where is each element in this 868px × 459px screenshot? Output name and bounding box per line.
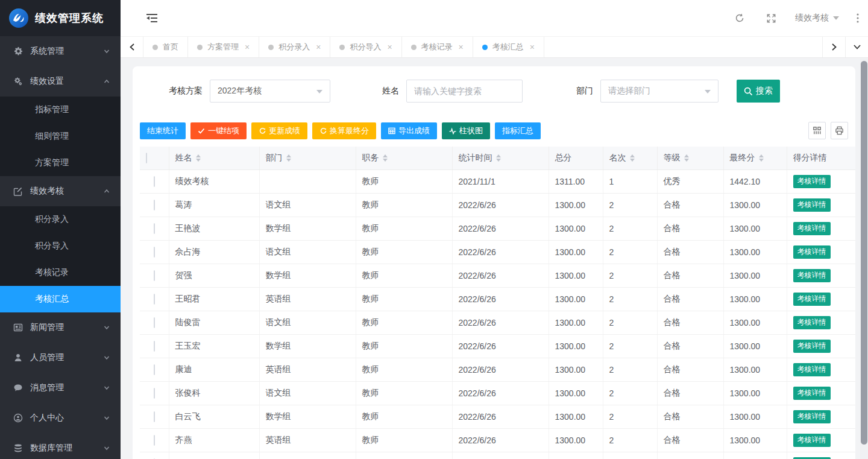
sort-icon[interactable] — [286, 154, 291, 162]
sort-icon[interactable] — [759, 154, 764, 162]
row-checkbox[interactable] — [154, 200, 155, 211]
toolbar-button-结束统计[interactable]: 结束统计 — [140, 122, 186, 139]
column-header-名次[interactable]: 名次 — [603, 147, 657, 169]
scrollbar-thumb[interactable] — [861, 61, 867, 445]
toolbar-button-导出成绩[interactable]: 导出成绩 — [381, 122, 437, 139]
sidebar-group-系统管理[interactable]: 系统管理 — [0, 36, 121, 66]
content-area: 考核方案 2022年考核 姓名 部门 请选择部门 — [121, 59, 868, 459]
refresh-icon — [319, 127, 327, 135]
row-checkbox[interactable] — [154, 364, 155, 375]
row-checkbox[interactable] — [154, 223, 155, 234]
toolbar-button-label: 结束统计 — [147, 125, 178, 136]
table-header-row: 姓名部门职务统计时间总分名次等级最终分得分详情 — [140, 147, 855, 169]
sidebar-item-积分导入[interactable]: 积分导入 — [0, 233, 121, 259]
close-icon[interactable]: × — [459, 43, 464, 51]
column-header-职务[interactable]: 职务 — [356, 147, 452, 169]
toolbar-button-一键结项[interactable]: 一键结项 — [190, 122, 247, 139]
print-icon[interactable] — [831, 122, 848, 139]
toolbar-button-指标汇总[interactable]: 指标汇总 — [495, 122, 541, 139]
column-header-部门[interactable]: 部门 — [259, 147, 356, 169]
sort-icon[interactable] — [684, 154, 689, 162]
sidebar-item-积分录入[interactable]: 积分录入 — [0, 206, 121, 233]
sort-icon[interactable] — [496, 154, 501, 162]
tab-考核记录[interactable]: 考核记录× — [402, 37, 473, 57]
sort-icon[interactable] — [196, 154, 201, 162]
user-menu[interactable]: 绩效考核 — [787, 0, 848, 36]
toolbar-button-换算最终分[interactable]: 换算最终分 — [312, 122, 376, 139]
detail-button[interactable]: 考核详情 — [793, 363, 831, 376]
sidebar-group-个人中心[interactable]: 个人中心 — [0, 403, 121, 433]
detail-button[interactable]: 考核详情 — [793, 222, 831, 235]
row-checkbox[interactable] — [154, 176, 155, 187]
name-input[interactable] — [406, 80, 523, 103]
tabs-menu-icon[interactable] — [845, 37, 868, 57]
kebab-icon[interactable] — [848, 0, 868, 36]
fullscreen-icon[interactable] — [755, 0, 787, 36]
refresh-icon[interactable] — [724, 0, 755, 36]
row-checkbox[interactable] — [154, 270, 155, 281]
tab-积分导入[interactable]: 积分导入× — [330, 37, 401, 57]
detail-button[interactable]: 考核详情 — [793, 245, 831, 259]
detail-button[interactable]: 考核详情 — [793, 316, 831, 329]
toolbar-button-更新成绩[interactable]: 更新成绩 — [251, 122, 307, 139]
sidebar-item-细则管理[interactable]: 细则管理 — [0, 123, 121, 150]
sidebar-group-数据库管理[interactable]: 数据库管理 — [0, 433, 121, 459]
sidebar-item-指标管理[interactable]: 指标管理 — [0, 97, 121, 123]
tab-积分录入[interactable]: 积分录入× — [259, 37, 330, 57]
tabs-scroll-left-icon[interactable] — [121, 37, 143, 57]
detail-button[interactable]: 考核详情 — [793, 434, 831, 447]
detail-button[interactable]: 考核详情 — [793, 340, 831, 353]
column-settings-icon[interactable] — [808, 122, 826, 139]
sidebar-group-新闻管理[interactable]: 新闻管理 — [0, 312, 121, 343]
column-header-等级[interactable]: 等级 — [657, 147, 723, 169]
tab-dot — [482, 45, 488, 50]
column-header-统计时间[interactable]: 统计时间 — [452, 147, 549, 169]
tab-考核汇总[interactable]: 考核汇总× — [473, 37, 544, 57]
row-checkbox[interactable] — [154, 411, 155, 422]
search-button[interactable]: 搜索 — [737, 80, 780, 103]
detail-button[interactable]: 考核详情 — [793, 198, 831, 212]
column-header-姓名[interactable]: 姓名 — [169, 147, 259, 169]
close-icon[interactable]: × — [245, 43, 250, 51]
detail-button[interactable]: 考核详情 — [793, 293, 831, 306]
sort-icon[interactable] — [383, 154, 388, 162]
row-checkbox[interactable] — [154, 317, 155, 328]
tab-方案管理[interactable]: 方案管理× — [188, 37, 259, 57]
close-icon[interactable]: × — [387, 43, 392, 51]
sidebar-group-人员管理[interactable]: 人员管理 — [0, 343, 121, 373]
row-checkbox[interactable] — [154, 341, 155, 352]
filter-row: 考核方案 2022年考核 姓名 部门 请选择部门 — [169, 80, 855, 103]
submenu: 积分录入积分导入考核记录考核汇总 — [0, 206, 121, 312]
tabs-scroll-right-icon[interactable] — [822, 37, 845, 57]
sidebar-collapse-icon[interactable] — [146, 13, 158, 23]
sidebar-item-方案管理[interactable]: 方案管理 — [0, 150, 121, 176]
close-icon[interactable]: × — [530, 43, 535, 51]
row-checkbox[interactable] — [154, 435, 155, 446]
sort-icon[interactable] — [630, 154, 635, 162]
vertical-scrollbar[interactable] — [860, 59, 868, 459]
toolbar-button-柱状图[interactable]: 柱状图 — [442, 122, 490, 139]
row-checkbox[interactable] — [154, 247, 155, 258]
sidebar-group-绩效设置[interactable]: 绩效设置 — [0, 66, 121, 97]
close-icon[interactable]: × — [316, 43, 321, 51]
table-cell: 合格 — [657, 193, 723, 217]
sidebar-group-绩效考核[interactable]: 绩效考核 — [0, 176, 121, 206]
sidebar-item-考核记录[interactable]: 考核记录 — [0, 259, 121, 286]
column-header-最终分[interactable]: 最终分 — [723, 147, 787, 169]
dept-select[interactable]: 请选择部门 — [600, 80, 719, 103]
detail-button[interactable]: 考核详情 — [793, 269, 831, 282]
detail-button[interactable]: 考核详情 — [793, 457, 831, 459]
table-cell: 合格 — [657, 240, 723, 264]
detail-button[interactable]: 考核详情 — [793, 387, 831, 400]
detail-button[interactable]: 考核详情 — [793, 175, 831, 188]
detail-button[interactable]: 考核详情 — [793, 410, 831, 423]
plan-select[interactable]: 2022年考核 — [210, 80, 330, 103]
table-cell: 2 — [603, 334, 657, 358]
table-cell: 合格 — [657, 405, 723, 428]
select-all-checkbox[interactable] — [146, 153, 147, 163]
sidebar-group-消息管理[interactable]: 消息管理 — [0, 373, 121, 403]
row-checkbox[interactable] — [154, 294, 155, 305]
tab-首页[interactable]: 首页 — [143, 37, 188, 57]
row-checkbox[interactable] — [154, 388, 155, 399]
sidebar-item-考核汇总[interactable]: 考核汇总 — [0, 286, 121, 312]
